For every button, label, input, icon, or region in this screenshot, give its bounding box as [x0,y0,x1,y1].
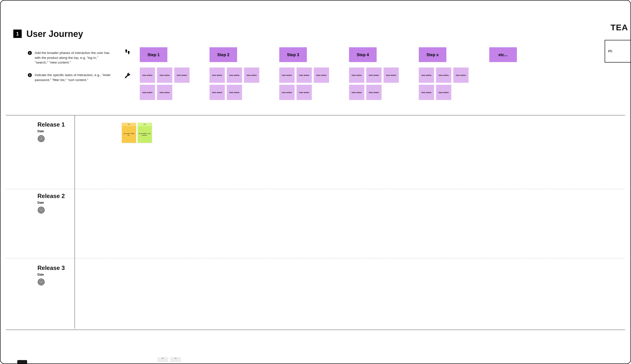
user-story-sticky[interactable]: ### As a user, I want to... [122,123,136,143]
release-date: Date [38,130,65,133]
user-action-sticky[interactable]: User action [279,85,294,100]
user-action-sticky[interactable]: User action [140,85,155,100]
user-action-sticky[interactable]: User action [244,68,259,83]
user-story-sticky[interactable]: ### As an admin, I can choose... [138,123,152,143]
target-icon [38,135,65,143]
user-action-sticky[interactable]: User action [227,85,242,100]
user-action-sticky[interactable]: User action [349,85,364,100]
section-number-badge: 1 [13,30,22,38]
svg-point-8 [39,208,43,212]
step-box[interactable]: Step 1 [140,47,167,62]
user-action-sticky[interactable]: User action [366,85,382,100]
footprints-icon [124,49,131,57]
step-box[interactable]: Step 2 [209,47,237,62]
user-action-sticky[interactable]: User action [209,85,225,100]
sticky-body: As an admin, I can choose... [138,126,152,143]
release-1-header: Release 1 Date [38,121,65,143]
team-heading-partial: TEA [610,23,628,32]
user-action-sticky[interactable]: User action [279,68,294,83]
svg-point-9 [40,209,42,211]
svg-point-12 [40,281,42,283]
divider-vertical [75,115,75,328]
user-action-sticky[interactable]: User action [314,68,329,83]
wrench-icon [124,72,131,80]
user-action-sticky[interactable]: User action [140,68,155,83]
step-column[interactable]: Step 2 User action User action User acti… [209,47,271,100]
step-box[interactable]: Step 4 [349,47,377,62]
svg-rect-3 [128,54,129,54]
instruction-number: 2 [28,73,32,77]
instruction-number: 1 [28,51,32,55]
svg-point-2 [128,51,130,54]
user-action-sticky[interactable]: User action [174,68,190,83]
release-date: Date [38,273,65,276]
divider-dotted [6,258,625,258]
instruction-text: Add the broader phases of interaction th… [35,50,112,65]
step-column[interactable]: Step 3 User action User action User acti… [279,47,341,100]
user-action-sticky[interactable]: User action [209,68,225,83]
svg-point-11 [39,280,43,284]
divider-dotted [6,189,625,189]
mini-sticky[interactable]: ### [157,357,168,362]
divider-horizontal [6,330,625,330]
target-icon [38,206,65,215]
mini-sticky[interactable]: ### [170,357,181,362]
release-title: Release 1 [38,121,65,128]
target-icon [38,278,65,287]
user-action-sticky[interactable]: User action [419,68,434,83]
user-action-sticky[interactable]: User action [384,68,399,83]
user-action-sticky[interactable]: User action [366,68,382,83]
step-box-etc[interactable]: etc... [489,47,517,62]
user-action-sticky[interactable]: User action [157,68,172,83]
step-column[interactable]: Step x User action User action User acti… [419,47,480,100]
user-action-sticky[interactable]: User action [157,85,172,100]
user-action-sticky[interactable]: User action [419,85,434,100]
instruction-text: Indicate the specific tasks of interacti… [35,73,112,82]
page-title: User Journey [26,29,83,39]
step-column[interactable]: Step 1 User action User action User acti… [140,47,201,100]
user-action-sticky[interactable]: User action [453,68,469,83]
step-column[interactable]: Step 4 User action User action User acti… [349,47,411,100]
sticky-tab: ### [138,123,152,126]
user-action-sticky[interactable]: User action [227,68,242,83]
release-2-header: Release 2 Date [38,192,65,215]
svg-rect-1 [126,52,127,53]
release-3-header: Release 3 Date [38,264,65,287]
user-action-sticky[interactable]: User action [296,85,312,100]
release-title: Release 2 [38,192,65,200]
step-box[interactable]: Step 3 [279,47,307,62]
user-action-sticky[interactable]: User action [436,68,451,83]
svg-point-6 [40,138,42,140]
sticky-body: As a user, I want to... [122,126,136,143]
divider-horizontal [6,115,625,116]
user-action-sticky[interactable]: User action [349,68,364,83]
team-box-partial[interactable]: Ph [605,40,631,62]
sticky-tab: ### [122,123,136,126]
step-box[interactable]: Step x [419,47,446,62]
release-date: Date [38,201,65,204]
svg-point-0 [125,50,127,52]
instruction-row-2: 2 Indicate the specific tasks of interac… [28,73,112,82]
user-action-sticky[interactable]: User action [296,68,312,83]
toolbar-fragment[interactable] [17,360,27,364]
svg-point-5 [39,137,43,141]
instruction-row-1: 1 Add the broader phases of interaction … [28,50,112,65]
release-title: Release 3 [38,264,65,272]
user-action-sticky[interactable]: User action [436,85,451,100]
